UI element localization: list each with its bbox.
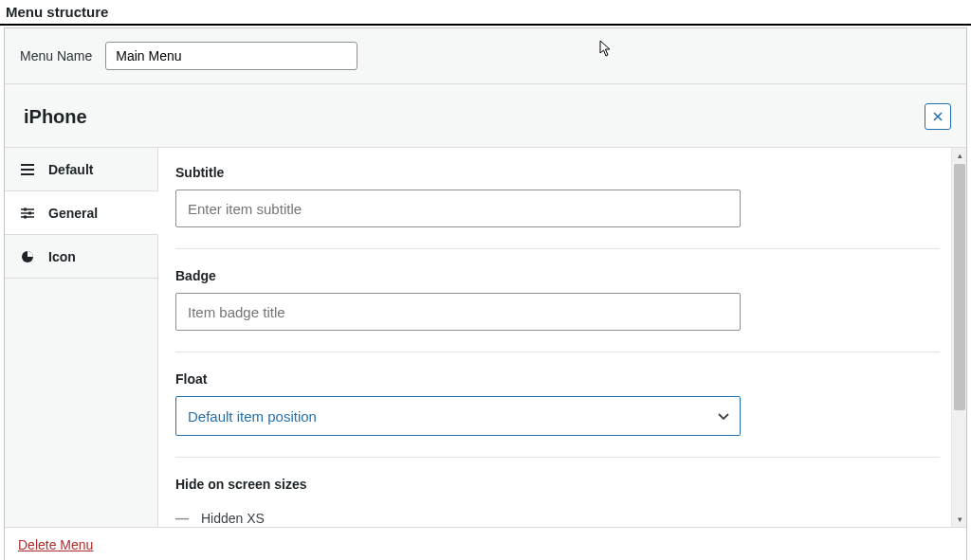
scrollbar[interactable]: ▴ ▾ (951, 148, 966, 527)
scroll-thumb[interactable] (954, 164, 965, 410)
content-area: Default General Icon Subtitle (5, 148, 966, 527)
menu-name-row: Menu Name (5, 28, 966, 84)
divider (175, 352, 940, 352)
badge-field: Badge (175, 268, 934, 331)
float-value: Default item position (188, 408, 317, 425)
hamburger-icon (20, 164, 35, 175)
svg-rect-2 (24, 215, 27, 218)
hide-option[interactable]: — Hidden XS (175, 507, 934, 527)
delete-menu-link[interactable]: Delete Menu (18, 537, 93, 552)
panel-footer: Delete Menu (5, 527, 966, 560)
svg-rect-0 (24, 208, 27, 210)
scroll-up-icon: ▴ (952, 148, 967, 163)
tab-label: General (48, 206, 98, 221)
svg-rect-1 (28, 211, 31, 214)
badge-label: Badge (175, 268, 934, 283)
panel-title: Menu structure (6, 4, 108, 20)
tab-default[interactable]: Default (5, 148, 157, 191)
menu-name-input[interactable] (105, 42, 357, 70)
float-field: Float Default item position (175, 371, 934, 436)
subtitle-field: Subtitle (175, 165, 934, 227)
divider (175, 457, 940, 458)
sliders-icon (20, 207, 35, 220)
badge-input[interactable] (175, 293, 741, 331)
menu-name-label: Menu Name (20, 48, 92, 63)
divider (175, 248, 940, 249)
toggle-off-icon: — (175, 511, 188, 526)
float-label: Float (175, 371, 934, 387)
subtitle-label: Subtitle (175, 165, 934, 180)
scroll-down-icon: ▾ (952, 512, 967, 527)
hide-label: Hide on screen sizes (175, 477, 934, 492)
tab-icon[interactable]: Icon (5, 235, 157, 279)
hide-field: Hide on screen sizes — Hidden XS — Hidde… (175, 477, 934, 527)
form-area: Subtitle Badge Float Default item positi… (158, 148, 953, 527)
pie-icon (20, 250, 35, 263)
menu-panel: Menu Name iPhone Default (4, 27, 967, 560)
item-header: iPhone (5, 84, 966, 148)
tab-general[interactable]: General (5, 191, 158, 235)
tabs-sidebar: Default General Icon (5, 148, 158, 527)
hide-option-label: Hidden XS (201, 511, 265, 526)
panel-header: Menu structure (0, 0, 971, 26)
close-icon (933, 109, 943, 124)
close-button[interactable] (925, 103, 951, 130)
item-title: iPhone (24, 106, 87, 128)
subtitle-input[interactable] (175, 190, 741, 227)
float-select[interactable]: Default item position (175, 396, 741, 436)
tab-label: Default (48, 162, 93, 177)
tab-label: Icon (48, 249, 76, 264)
